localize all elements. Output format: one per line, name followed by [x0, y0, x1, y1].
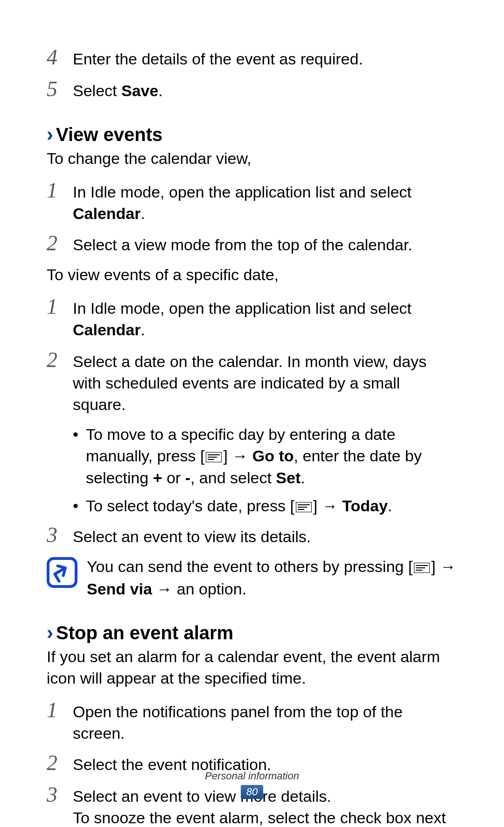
text: . [301, 469, 305, 487]
step-text: Enter the details of the event as requir… [73, 47, 457, 70]
step-text: In Idle mode, open the application list … [73, 180, 457, 225]
bullet-text: To select today's date, press [] → Today… [86, 495, 457, 518]
step-number: 3 [47, 524, 73, 546]
text: . [158, 82, 162, 99]
note-callout: You can send the event to others by pres… [47, 556, 457, 600]
step-number: 5 [47, 78, 73, 100]
text: ] → [223, 447, 252, 465]
text-bold: Go to [252, 447, 294, 465]
step-text: Select a date on the calendar. In month … [73, 349, 457, 416]
step-text: In Idle mode, open the application list … [73, 296, 457, 341]
step-1: 1 In Idle mode, open the application lis… [47, 180, 457, 225]
note-text: You can send the event to others by pres… [87, 556, 457, 600]
chevron-icon: › [47, 125, 53, 144]
svg-rect-8 [48, 558, 76, 587]
step-number: 1 [47, 700, 73, 721]
step-4: 4 Enter the details of the event as requ… [47, 47, 457, 70]
menu-icon [414, 557, 430, 579]
note-icon [47, 557, 77, 588]
text-bold: Save [121, 82, 158, 99]
text: or [162, 469, 185, 487]
menu-icon [206, 446, 222, 468]
text-bold: Send via [87, 580, 152, 598]
step-number: 1 [47, 296, 73, 318]
text-bold: + [153, 469, 162, 487]
step-3: 3 Select an event to view its details. [47, 524, 457, 548]
section-intro: To change the calendar view, [47, 148, 457, 170]
text: You can send the event to others by pres… [87, 558, 413, 575]
text: To snooze the event alarm, select the ch… [73, 807, 457, 827]
section-heading-view-events: › View events [47, 124, 457, 145]
bullet-icon: • [73, 495, 86, 517]
text: In Idle mode, open the application list … [73, 183, 412, 201]
step-number: 1 [47, 180, 73, 201]
step-1: 1 Open the notifications panel from the … [47, 700, 457, 744]
step-1: 1 In Idle mode, open the application lis… [47, 296, 457, 341]
text: ] → [431, 558, 456, 575]
text-bold: Calendar [73, 321, 141, 339]
text: . [388, 497, 392, 515]
text: To snooze the event alarm, select the ch… [73, 809, 446, 827]
text: Select [73, 82, 121, 99]
text: To select today's date, press [ [86, 497, 294, 515]
page-footer: Personal information 80 [0, 770, 504, 799]
text: In Idle mode, open the application list … [73, 299, 412, 317]
menu-icon [296, 496, 312, 518]
text-bold: - [185, 469, 190, 487]
sub-bullet: • To select today's date, press [] → Tod… [73, 495, 457, 518]
section-heading-stop-alarm: › Stop an event alarm [47, 622, 457, 643]
bullet-text: To move to a specific day by entering a … [86, 424, 457, 489]
step-number: 2 [47, 233, 73, 254]
text: . [141, 321, 145, 339]
bullet-icon: • [73, 424, 86, 445]
footer-label: Personal information [0, 770, 504, 782]
chevron-icon: › [47, 623, 53, 643]
section-intro: If you set an alarm for a calendar event… [47, 646, 457, 689]
step-number: 2 [47, 349, 73, 371]
text-bold: Set [276, 469, 301, 487]
section-title: Stop an event alarm [56, 622, 233, 643]
text: , and select [190, 469, 276, 487]
sub-bullet: • To move to a specific day by entering … [73, 424, 457, 489]
step-text: Select Save. [73, 78, 457, 102]
text: ] → [313, 497, 342, 515]
step-text: Select an event to view its details. [73, 524, 457, 548]
step-text: Open the notifications panel from the to… [73, 700, 457, 744]
step-5: 5 Select Save. [47, 78, 457, 102]
text: . [141, 205, 145, 222]
step-2: 2 Select a view mode from the top of the… [47, 233, 457, 256]
step-number: 4 [47, 47, 73, 68]
step-2: 2 Select a date on the calendar. In mont… [47, 349, 457, 416]
text-bold: Today [342, 497, 388, 515]
step-text: Select a view mode from the top of the c… [73, 233, 457, 256]
paragraph: To view events of a specific date, [47, 264, 457, 286]
text-bold: Calendar [73, 205, 141, 222]
text: → an option. [152, 580, 246, 598]
page-number-badge: 80 [241, 785, 263, 799]
page-content: 4 Enter the details of the event as requ… [47, 47, 457, 827]
section-title: View events [56, 124, 162, 145]
